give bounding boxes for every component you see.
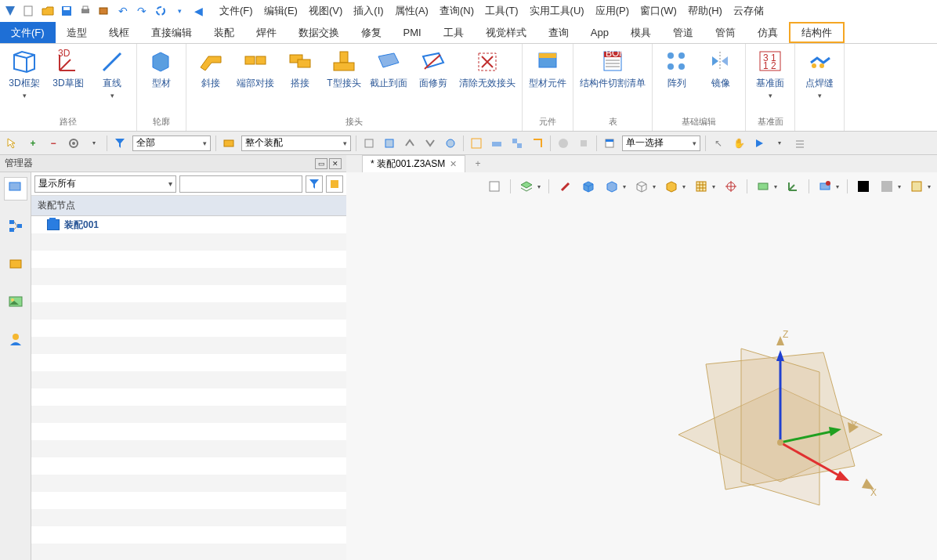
open-icon[interactable]: [41, 4, 55, 18]
side-tab-hierarchy[interactable]: [4, 215, 27, 238]
tb-icon-11[interactable]: [576, 135, 592, 151]
qat-dropdown-icon[interactable]: ▾: [172, 4, 186, 18]
tb-icon-6[interactable]: [468, 135, 484, 151]
remove-icon[interactable]: −: [45, 135, 61, 151]
ribbon-btn-datum[interactable]: 3 11 2基准面▾: [752, 47, 788, 99]
vt-axes-icon[interactable]: [785, 179, 801, 194]
filter-icon[interactable]: [112, 135, 128, 151]
menu-app[interactable]: 应用(P): [595, 4, 629, 18]
vt-grid-icon[interactable]: [693, 179, 709, 194]
select-icon[interactable]: [5, 135, 20, 151]
ribbon-btn-bom[interactable]: BOM结构件切割清单: [580, 47, 646, 90]
menu-window[interactable]: 窗口(W): [640, 4, 677, 18]
select-mode-select[interactable]: 单一选择: [622, 135, 700, 151]
save-icon[interactable]: [60, 4, 74, 18]
ribbon-btn-facetrim[interactable]: 面修剪: [415, 47, 451, 90]
tb-dd-icon[interactable]: ▾: [772, 135, 787, 151]
back-icon[interactable]: ◀: [191, 4, 205, 18]
menu-file[interactable]: 文件(F): [219, 4, 253, 18]
new-icon[interactable]: [22, 4, 36, 18]
tab-pipe[interactable]: 管道: [662, 22, 704, 43]
vt-show-icon[interactable]: [817, 179, 833, 194]
vt-sheet-icon[interactable]: [487, 179, 502, 194]
ribbon-btn-trimface[interactable]: 截止到面: [370, 47, 407, 90]
menu-attr[interactable]: 属性(A): [395, 4, 429, 18]
ribbon-btn-tjoint[interactable]: T型接头: [326, 47, 362, 90]
side-tab-image[interactable]: [4, 290, 27, 313]
menu-query[interactable]: 查询(N): [440, 4, 474, 18]
tb-icon-8[interactable]: [509, 135, 525, 151]
manager-close-icon[interactable]: ✕: [329, 158, 342, 169]
tb-icon-7[interactable]: [489, 135, 505, 151]
tab-exchange[interactable]: 数据交换: [288, 22, 350, 43]
ribbon-btn-weld[interactable]: 点焊缝▾: [801, 47, 838, 99]
tab-wire[interactable]: 线框: [98, 22, 140, 43]
tb-more-icon[interactable]: [792, 135, 808, 151]
tb-icon-10[interactable]: [555, 135, 571, 151]
ribbon-btn-pattern[interactable]: 阵列: [659, 47, 695, 90]
scope-filter-select[interactable]: 整个装配: [241, 135, 351, 151]
vt-layers-icon[interactable]: [519, 179, 534, 194]
gear-dd-icon[interactable]: ▾: [86, 135, 102, 151]
ribbon-btn-line[interactable]: 直线▾: [94, 47, 130, 99]
redo-icon[interactable]: ↷: [135, 4, 149, 18]
tb-icon-12[interactable]: [602, 135, 617, 151]
tab-repair[interactable]: 修复: [350, 22, 393, 43]
vt-marker-icon[interactable]: [557, 179, 573, 194]
show-filter-select[interactable]: 显示所有: [34, 175, 176, 193]
tb-icon-5[interactable]: [443, 135, 458, 151]
export-icon[interactable]: [97, 4, 111, 18]
ribbon-btn-butt[interactable]: 端部对接: [237, 47, 274, 90]
side-tab-tree[interactable]: [4, 177, 27, 201]
tb-icon-2[interactable]: [382, 135, 397, 151]
menu-view[interactable]: 视图(V): [309, 4, 342, 18]
tb-icon-1[interactable]: [361, 135, 377, 151]
tab-visual[interactable]: 视觉样式: [475, 22, 537, 43]
menu-insert[interactable]: 插入(I): [353, 4, 383, 18]
undo-icon[interactable]: ↶: [116, 4, 130, 18]
ribbon-btn-sketch3d[interactable]: 3D3D草图: [50, 47, 86, 90]
tab-sim[interactable]: 仿真: [747, 22, 789, 43]
vt-gold-cube-icon[interactable]: [664, 179, 679, 194]
tb-hand-icon[interactable]: ✋: [731, 135, 747, 151]
tb-icon-4[interactable]: [422, 135, 438, 151]
print-icon[interactable]: [78, 4, 92, 18]
menu-utilities[interactable]: 实用工具(U): [530, 4, 584, 18]
menu-help[interactable]: 帮助(H): [688, 4, 722, 18]
tab-direct[interactable]: 直接编辑: [140, 22, 203, 43]
app-icon[interactable]: [3, 4, 17, 18]
side-tab-user[interactable]: [4, 327, 27, 351]
new-tab-icon[interactable]: +: [475, 158, 480, 169]
ribbon-btn-profile[interactable]: 型材: [143, 47, 179, 90]
vt-cube-solid-icon[interactable]: [581, 179, 596, 194]
tab-assembly[interactable]: 装配: [203, 22, 245, 43]
vt-target-icon[interactable]: [723, 179, 739, 194]
gear-icon[interactable]: [66, 135, 81, 151]
document-tab[interactable]: * 装配001.Z3ASM ✕: [362, 155, 465, 172]
tab-tube[interactable]: 管筒: [704, 22, 747, 43]
vt-wire-cube-icon[interactable]: [634, 179, 649, 194]
side-tab-part[interactable]: [4, 252, 27, 276]
tb-icon-9[interactable]: [530, 135, 545, 151]
tree-search-input[interactable]: [179, 175, 302, 193]
tab-file[interactable]: 文件(F): [0, 22, 56, 43]
ribbon-btn-frame3d[interactable]: 3D框架▾: [6, 47, 42, 99]
add-icon[interactable]: +: [25, 135, 41, 151]
tab-shape[interactable]: 造型: [56, 22, 98, 43]
scope-icon[interactable]: [221, 135, 237, 151]
menu-edit[interactable]: 编辑(E): [264, 4, 298, 18]
tab-mold[interactable]: 模具: [620, 22, 662, 43]
tb-icon-3[interactable]: [402, 135, 418, 151]
tree-filter-btn[interactable]: [306, 175, 323, 193]
vt-black-swatch[interactable]: [856, 179, 871, 194]
tab-tools[interactable]: 工具: [432, 22, 475, 43]
menu-tools[interactable]: 工具(T): [485, 4, 519, 18]
ribbon-btn-clearjoint[interactable]: 清除无效接头: [459, 47, 516, 90]
tree-config-btn[interactable]: [326, 175, 343, 193]
viewport-3d[interactable]: Z Y X: [346, 197, 937, 560]
tab-app[interactable]: App: [580, 22, 620, 43]
vt-cube-side-icon[interactable]: [604, 179, 620, 194]
vt-fx-icon[interactable]: [909, 179, 924, 194]
tab-pmi[interactable]: PMI: [393, 22, 432, 43]
ribbon-btn-mirror[interactable]: 镜像: [703, 47, 739, 90]
